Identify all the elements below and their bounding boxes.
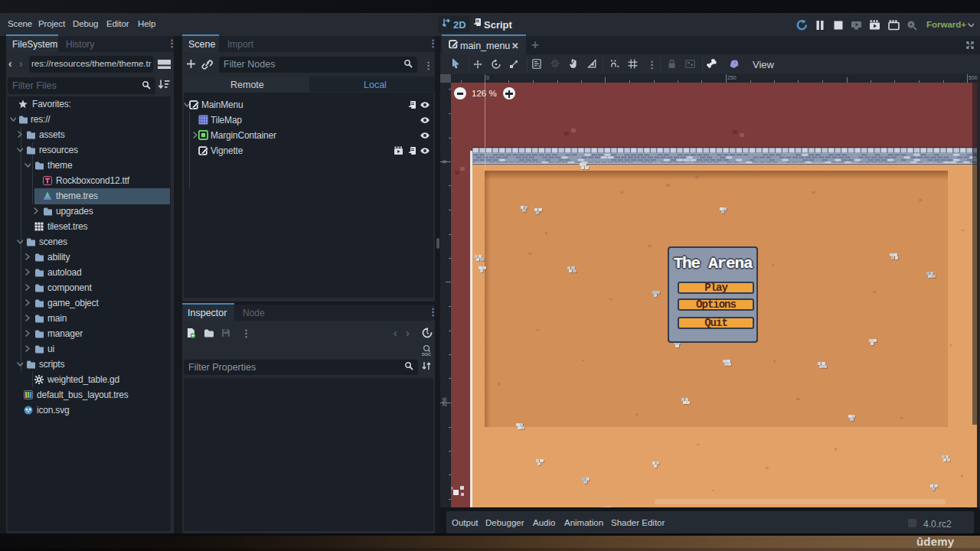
svg-text:250: 250 bbox=[442, 397, 447, 406]
svg-text:500: 500 bbox=[969, 75, 978, 80]
svg-text:0: 0 bbox=[442, 160, 447, 163]
svg-text:DOC: DOC bbox=[422, 352, 431, 357]
svg-text:250: 250 bbox=[727, 75, 737, 80]
svg-text:0: 0 bbox=[486, 75, 489, 80]
